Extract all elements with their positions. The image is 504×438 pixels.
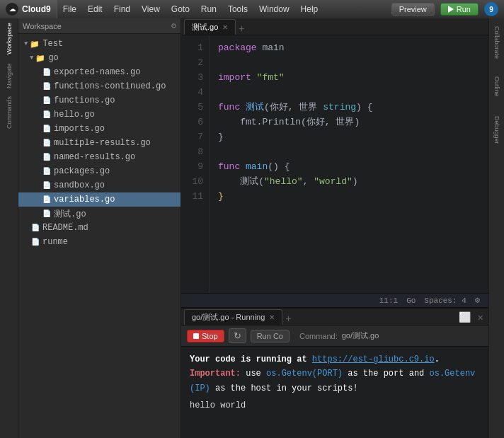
code-line: } (218, 190, 480, 204)
menu-items: File Edit Find View Goto Run Tools Windo… (57, 0, 324, 18)
menu-goto[interactable]: Goto (166, 0, 195, 18)
tree-item-go[interactable]: ▼ 📁 go (18, 51, 181, 65)
command-value: go/测试.go (342, 330, 379, 341)
code-content[interactable]: package main import "fmt" func 测试(你好, 世界… (210, 35, 488, 293)
add-tab-button[interactable]: + (239, 23, 244, 35)
menu-file[interactable]: File (57, 0, 82, 18)
menu-bar: ☁ Cloud9 File Edit Find View Goto Run To… (0, 0, 504, 18)
status-bar: 11:1 Go Spaces: 4 ⚙ (181, 293, 488, 307)
tree-item-test[interactable]: ▼ 📁 Test (18, 37, 181, 51)
cloud9-icon: ☁ (6, 3, 18, 16)
file-icon: 📄 (42, 68, 51, 76)
sidebar-item-navigate[interactable]: Navigate (1, 58, 17, 93)
file-icon: 📄 (42, 125, 51, 133)
menu-help[interactable]: Help (295, 0, 324, 18)
menu-right: Preview Run 9 (391, 2, 504, 16)
file-icon: 📄 (42, 139, 51, 147)
sidebar-item-outline[interactable]: Outline (491, 65, 503, 108)
code-editor[interactable]: 1 2 3 4 5 6 7 8 9 10 11 package main imp… (181, 35, 488, 293)
sidebar-item-workspace[interactable]: Workspace (1, 21, 17, 57)
list-item[interactable]: 📄 测试.go (18, 207, 181, 221)
list-item[interactable]: 📄 README.md (18, 221, 181, 235)
logo: ☁ Cloud9 (0, 0, 57, 18)
code-line: fmt.Println(你好, 世界) (218, 115, 480, 130)
c9-badge: 9 (484, 2, 498, 16)
code-line: } (218, 130, 480, 145)
arrow-icon: ▼ (24, 40, 28, 47)
editor-area: 测试.go ✕ + 1 2 3 4 5 6 7 8 9 10 11 (181, 18, 488, 307)
sidebar-item-debugger[interactable]: Debugger (491, 109, 503, 151)
code-line: package main (218, 41, 480, 56)
list-item[interactable]: 📄 imports.go (18, 122, 181, 136)
file-icon: 📄 (31, 238, 40, 246)
preview-button[interactable]: Preview (391, 3, 435, 16)
file-icon: 📄 (42, 96, 51, 105)
code-line: import "fmt" (218, 71, 480, 86)
terminal-line-4: hello world (190, 398, 480, 413)
command-label: Command: (299, 332, 338, 340)
refresh-button[interactable]: ↻ (229, 328, 246, 343)
list-item[interactable]: 📄 exported-names.go (18, 65, 181, 79)
terminal-output: Your code is running at https://est-gliu… (181, 347, 488, 438)
list-item[interactable]: 📄 multiple-results.go (18, 136, 181, 150)
spaces-indicator: Spaces: 4 (424, 296, 466, 305)
editor-tab-active[interactable]: 测试.go ✕ (184, 19, 236, 35)
file-tree-panel: Workspace ⚙ ▼ 📁 Test ▼ 📁 go 📄 exported-n… (18, 18, 181, 438)
code-line: 测试("hello", "world") (218, 175, 480, 190)
code-line (218, 56, 480, 71)
terminal-toolbar: Stop ↻ Run Co Command: go/测试.go (181, 325, 488, 347)
list-item[interactable]: 📄 hello.go (18, 108, 181, 122)
url-link[interactable]: https://est-gliubc.c9.io (312, 355, 435, 364)
main-layout: Workspace Navigate Commands Workspace ⚙ … (0, 18, 504, 438)
code-line (218, 145, 480, 160)
close-icon[interactable]: ✕ (269, 313, 275, 321)
terminal-tab-active[interactable]: go/测试.go - Running ✕ (184, 309, 282, 325)
list-item[interactable]: 📄 functions.go (18, 93, 181, 108)
menu-tools[interactable]: Tools (222, 0, 253, 18)
cursor-position: 11:1 (379, 296, 398, 305)
menu-find[interactable]: Find (108, 0, 136, 18)
menu-view[interactable]: View (136, 0, 166, 18)
gear-icon[interactable]: ⚙ (171, 21, 176, 31)
folder-icon: 📁 (35, 54, 45, 63)
terminal-line-2: Important: use os.Getenv(PORT) as the po… (190, 367, 480, 381)
code-line (218, 86, 480, 100)
language-indicator: Go (406, 296, 416, 305)
left-sidebar: Workspace Navigate Commands (0, 18, 18, 438)
editor-tab-label: 测试.go (192, 22, 218, 33)
add-terminal-button[interactable]: + (285, 313, 291, 325)
menu-window[interactable]: Window (253, 0, 295, 18)
app-title: Cloud9 (22, 4, 51, 14)
line-numbers: 1 2 3 4 5 6 7 8 9 10 11 (181, 35, 210, 293)
menu-edit[interactable]: Edit (82, 0, 108, 18)
list-item[interactable]: 📄 named-results.go (18, 150, 181, 164)
maximize-icon[interactable]: ⬜ (457, 311, 473, 323)
list-item[interactable]: 📄 functions-continued.go (18, 79, 181, 93)
file-tree-header: Workspace ⚙ (18, 18, 181, 34)
list-item[interactable]: 📄 sandbox.go (18, 178, 181, 192)
code-line: func main() { (218, 160, 480, 175)
list-item[interactable]: 📄 runme (18, 235, 181, 249)
arrow-icon: ▼ (30, 54, 33, 62)
stop-button[interactable]: Stop (187, 330, 224, 342)
file-tree-content: ▼ 📁 Test ▼ 📁 go 📄 exported-names.go 📄 fu… (18, 34, 181, 438)
folder-icon: 📁 (30, 40, 40, 49)
right-sidebar: Collaborate Outline Debugger (488, 18, 504, 438)
editor-tab-bar: 测试.go ✕ + (181, 18, 488, 35)
settings-icon[interactable]: ⚙ (475, 295, 480, 306)
terminal-controls: ⬜ ✕ (457, 311, 486, 325)
close-icon[interactable]: ✕ (222, 23, 228, 31)
menu-run[interactable]: Run (195, 0, 222, 18)
sidebar-item-collaborate[interactable]: Collaborate (491, 21, 503, 64)
list-item[interactable]: 📄 packages.go (18, 164, 181, 178)
close-terminal-icon[interactable]: ✕ (476, 311, 486, 323)
terminal-tab-label: go/测试.go - Running (192, 312, 265, 323)
run-button[interactable]: Run (440, 3, 479, 16)
file-icon: 📄 (31, 224, 40, 232)
sidebar-item-commands[interactable]: Commands (1, 95, 17, 130)
run-co-button[interactable]: Run Co (251, 330, 290, 342)
terminal-line-1: Your code is running at https://est-gliu… (190, 352, 480, 367)
list-item-selected[interactable]: 📄 variables.go (18, 192, 181, 207)
file-icon: 📄 (42, 209, 51, 218)
file-icon: 📄 (42, 181, 51, 190)
